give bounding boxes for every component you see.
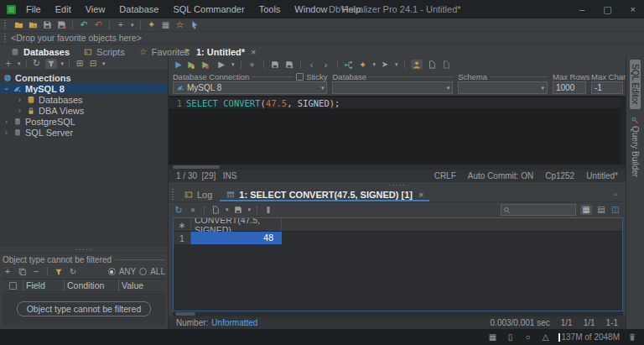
column-view-icon[interactable] [263,205,273,215]
vtab-query-builder[interactable]: Query Builder [631,117,640,177]
result-search-box[interactable] [501,204,576,216]
encoding[interactable]: Cp1252 [545,171,574,180]
expand-caret-icon[interactable]: ▾ [102,60,106,67]
sync-icon[interactable]: ○ [523,332,533,342]
tree-item-postgresql[interactable]: › PostgreSQL [0,116,168,127]
refresh-tree-icon[interactable]: ↻ [32,59,42,69]
editor-save-icon[interactable] [270,60,280,70]
pointer-icon[interactable] [190,20,200,30]
max-rows-input[interactable]: 1000 [553,81,586,94]
open-folder-icon[interactable] [13,20,23,30]
results-horizontal-scrollbar[interactable] [173,311,623,316]
menu-tools[interactable]: Tools [259,4,281,14]
result-cell[interactable]: 48 [191,232,282,244]
add-icon[interactable]: + [116,20,126,30]
memory-indicator[interactable]: 137M of 2048M [558,332,621,342]
vtab-sql-editor[interactable]: SQL Editor [630,60,641,109]
execute-current-icon[interactable]: ▶ [188,60,198,70]
results-drag-handle[interactable] [172,189,174,200]
toolbar-drag-handle[interactable] [4,20,6,29]
code-line-1[interactable]: 1 SELECT CONVERT(47.5, SIGNED); [169,97,626,108]
filter-funnel-icon[interactable] [54,267,64,277]
schema-select[interactable]: ▾ [458,81,548,94]
chevron-right-icon[interactable]: › [16,107,23,115]
trash-icon[interactable] [627,332,637,342]
format-wand-icon[interactable]: ✦ [358,60,368,70]
undo-icon[interactable]: ↶ [79,20,89,30]
expand-all-icon[interactable]: ⊞ [75,59,85,69]
filter-select-all-checkbox[interactable] [9,282,17,290]
database-select[interactable]: ▾ [332,81,453,94]
favorites-drag-handle[interactable] [4,34,6,42]
sticky-checkbox[interactable] [296,73,304,81]
filter-add-icon[interactable]: + [3,267,13,277]
menu-file[interactable]: File [26,4,41,14]
execute-explain-icon[interactable]: ▶ [216,60,226,70]
rerun-icon[interactable]: ↻ [174,205,184,215]
menu-database[interactable]: Database [119,4,158,14]
execute-icon[interactable]: ▶ [174,60,184,70]
scrollbar-thumb[interactable] [173,165,220,169]
line-ending[interactable]: CRLF [434,171,456,180]
history-back-icon[interactable]: ‹ [307,60,317,70]
permissions-person-icon[interactable] [411,60,423,70]
close-result-tab-icon[interactable]: × [418,190,423,200]
save-icon[interactable] [42,20,52,30]
battery-icon[interactable]: ▯ [506,332,516,342]
save-as-icon[interactable] [56,20,66,30]
chevron-right-icon[interactable]: › [16,96,23,104]
tree-root-connections[interactable]: Connections [0,72,168,83]
add-connection-icon[interactable]: + [3,59,13,69]
monitor-icon[interactable]: ▦ [161,20,171,30]
filter-remove-icon[interactable]: − [31,267,41,277]
detach-window-icon[interactable]: ▫ [610,190,621,200]
copy-caret-icon[interactable]: ▾ [226,206,229,213]
filter-disabled-button[interactable]: Object type cannot be filtered [17,301,152,316]
connection-select[interactable]: MySQL 8 ▾ [173,81,327,94]
auto-commit[interactable]: Auto Commit: ON [468,171,533,180]
doc-compare-icon[interactable] [427,60,437,70]
close-button[interactable]: × [631,4,636,14]
menu-view[interactable]: View [86,4,106,14]
filter-refresh-icon[interactable]: ↻ [68,267,78,277]
radio-any[interactable] [108,268,116,275]
chevron-right-icon[interactable]: › [3,118,10,126]
insert-caret-icon[interactable]: ▾ [395,61,398,68]
doc-new-icon[interactable] [441,60,451,70]
export-result-icon[interactable] [233,205,243,215]
export-caret-icon[interactable]: ▾ [248,206,252,213]
tab-result-1[interactable]: 1: SELECT CONVERT(47.5, SIGNED) [1] × [219,187,430,201]
tree-item-sqlserver[interactable]: › SQL Server [0,127,168,138]
execute-buffer-icon[interactable]: ▶ [202,60,212,70]
bookmark-icon[interactable]: ☆ [175,20,185,30]
search-input[interactable] [512,206,574,215]
branch-icon[interactable] [344,60,354,70]
chart-view-icon[interactable]: ◫ [610,205,621,215]
result-row-1[interactable]: 1 48 [174,232,622,244]
editor-vertical-scrollbar[interactable] [621,96,626,165]
maximize-button[interactable]: ▢ [603,4,611,15]
execute-caret-icon[interactable]: ▾ [231,61,235,68]
result-grid[interactable]: ∗ CONVERT(47.5, SIGNED) 1 48 [173,217,623,311]
filter-copy-icon[interactable] [17,267,27,277]
filter-caret-icon[interactable]: ▾ [61,60,65,67]
max-chars-input[interactable]: -1 [591,81,623,94]
radio-all[interactable] [139,268,147,275]
wizard-icon[interactable]: ✦ [147,20,157,30]
add-connection-caret-icon[interactable]: ▾ [18,60,21,67]
grid-status-icon[interactable]: ▦ [488,332,498,342]
editor-save-as-icon[interactable] [284,60,294,70]
menu-window[interactable]: Window [294,4,327,14]
row-number[interactable]: 1 [174,232,191,244]
stop-result-icon[interactable]: ● [188,205,198,215]
copy-result-icon[interactable] [210,205,221,215]
tab-log[interactable]: Log [177,187,219,201]
chevron-right-icon[interactable]: › [3,128,10,137]
insert-arrow-icon[interactable]: ➤ [380,60,390,70]
chevron-down-icon[interactable]: › [3,85,11,92]
collapse-all-icon[interactable]: ⊟ [88,59,98,69]
stop-icon[interactable]: ● [247,60,257,70]
menu-edit[interactable]: Edit [55,4,71,14]
format-caret-icon[interactable]: ▾ [373,61,377,68]
new-folder-icon[interactable] [28,20,38,30]
